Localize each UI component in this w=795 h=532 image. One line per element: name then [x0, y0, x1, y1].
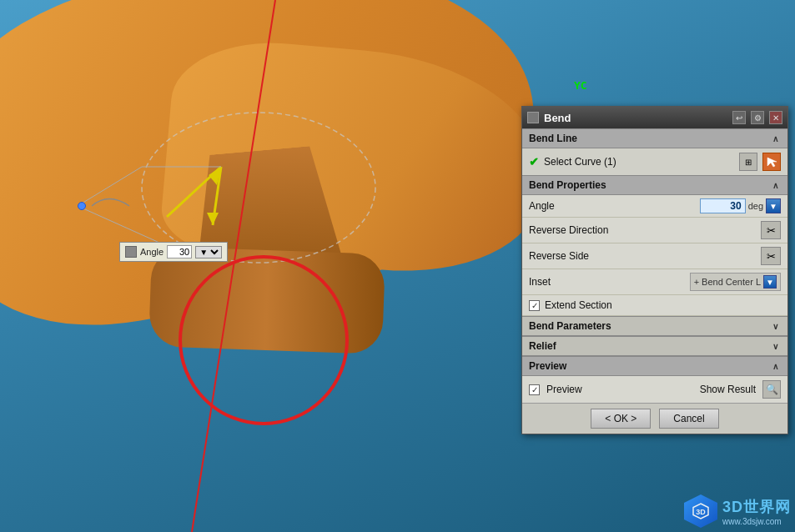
relief-label: Relief	[529, 340, 556, 352]
bend-parameters-section-header[interactable]: Bend Parameters ∨	[522, 316, 787, 336]
bend-dialog: Bend ↩ ⚙ ✕ Bend Line ∧ ✔ Select Curve (1…	[521, 106, 788, 434]
watermark-logo: 3D	[684, 494, 717, 528]
reverse-direction-btn[interactable]: ✂	[761, 221, 781, 239]
bend-line-section-header[interactable]: Bend Line ∧	[522, 128, 787, 148]
bend-parameters-collapse-icon[interactable]: ∨	[769, 320, 781, 332]
bend-properties-label: Bend Properties	[529, 179, 606, 191]
inset-row: Inset + Bend Center L ▼	[522, 269, 787, 295]
blue-dot	[78, 202, 86, 210]
watermark-main: 3D世界网	[722, 497, 791, 517]
relief-section-header[interactable]: Relief ∨	[522, 336, 787, 356]
inset-label: Inset	[529, 276, 690, 288]
angle-widget-input[interactable]: 30	[167, 245, 192, 258]
angle-widget: Angle 30 ▼	[119, 242, 228, 262]
preview-section-header[interactable]: Preview ∧	[522, 356, 787, 376]
preview-section-label: Preview	[529, 360, 566, 372]
surface-fold2	[148, 246, 385, 354]
dialog-footer: < OK > Cancel	[522, 403, 787, 434]
relief-collapse-icon[interactable]: ∨	[769, 340, 781, 352]
extend-section-label: Extend Section	[545, 299, 781, 311]
watermark: 3D 3D世界网 www.3dsjw.com	[684, 494, 791, 528]
reverse-direction-value: ✂	[761, 221, 781, 239]
select-curve-row: ✔ Select Curve (1) ⊞	[522, 148, 787, 175]
dialog-settings-btn[interactable]: ⚙	[751, 111, 764, 124]
watermark-text: 3D世界网 www.3dsjw.com	[722, 497, 791, 526]
angle-unit-label: deg	[748, 201, 763, 211]
preview-row: Preview Show Result 🔍	[522, 376, 787, 403]
grid-icon-btn[interactable]: ⊞	[739, 153, 757, 171]
bend-line-collapse-icon[interactable]: ∧	[769, 133, 781, 144]
angle-prop-label: Angle	[529, 200, 700, 212]
reverse-direction-label: Reverse Direction	[529, 224, 761, 236]
cancel-button[interactable]: Cancel	[659, 409, 718, 429]
angle-widget-label: Angle	[140, 247, 164, 257]
check-icon: ✔	[529, 155, 539, 168]
show-result-label: Show Result	[700, 384, 756, 395]
extend-section-row: Extend Section	[522, 295, 787, 316]
reverse-side-row: Reverse Side ✂	[522, 243, 787, 269]
reverse-side-label: Reverse Side	[529, 250, 761, 262]
dialog-close-btn[interactable]: ✕	[769, 111, 782, 124]
angle-dropdown-btn[interactable]: ▼	[766, 198, 781, 213]
yc-label: YC	[574, 79, 587, 92]
viewport: YC Angle 30 ▼ Bend ↩ ⚙ ✕ Bend Line ∧ ✔ S…	[0, 0, 795, 532]
svg-text:3D: 3D	[696, 508, 706, 516]
show-result-btn[interactable]: 🔍	[762, 380, 781, 399]
extend-section-checkbox[interactable]	[529, 300, 540, 311]
dialog-back-btn[interactable]: ↩	[732, 111, 746, 124]
angle-row: Angle 30 deg ▼	[522, 195, 787, 218]
angle-widget-dropdown[interactable]: ▼	[195, 246, 222, 258]
bend-properties-section-header[interactable]: Bend Properties ∧	[522, 175, 787, 195]
dialog-titlebar: Bend ↩ ⚙ ✕	[522, 107, 787, 128]
select-curve-label: Select Curve (1)	[544, 156, 734, 168]
inset-select[interactable]: + Bend Center L ▼	[690, 273, 781, 291]
ok-button[interactable]: < OK >	[591, 409, 651, 429]
preview-label: Preview	[546, 384, 582, 395]
bend-parameters-label: Bend Parameters	[529, 320, 611, 332]
bend-line-label: Bend Line	[529, 133, 577, 144]
inset-plus-icon: +	[694, 277, 699, 287]
bend-properties-collapse-icon[interactable]: ∧	[769, 179, 781, 191]
dialog-icon	[527, 112, 539, 123]
angle-prop-value: 30 deg ▼	[700, 198, 781, 213]
preview-collapse-icon[interactable]: ∧	[769, 360, 781, 372]
reverse-direction-row: Reverse Direction ✂	[522, 218, 787, 243]
watermark-sub: www.3dsjw.com	[722, 517, 791, 526]
angle-value-input[interactable]: 30	[700, 198, 746, 213]
inset-dropdown-btn[interactable]: ▼	[763, 275, 777, 289]
dialog-title: Bend	[544, 112, 727, 124]
reverse-side-value: ✂	[761, 247, 781, 265]
inset-value-label: Bend Center L	[702, 277, 761, 287]
angle-widget-icon	[125, 246, 137, 258]
reverse-side-btn[interactable]: ✂	[761, 247, 781, 265]
preview-checkbox[interactable]	[529, 384, 540, 395]
select-icon-btn[interactable]	[762, 153, 781, 171]
